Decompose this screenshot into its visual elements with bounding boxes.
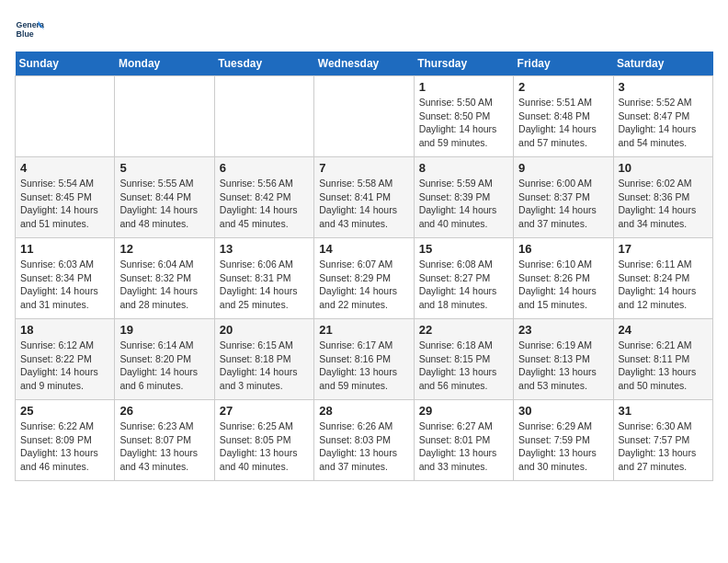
day-cell: 24Sunrise: 6:21 AM Sunset: 8:11 PM Dayli…	[613, 319, 712, 400]
day-info: Sunrise: 6:21 AM Sunset: 8:11 PM Dayligh…	[619, 339, 708, 393]
logo: General Blue	[15, 15, 44, 44]
day-cell: 26Sunrise: 6:23 AM Sunset: 8:07 PM Dayli…	[115, 400, 214, 481]
day-info: Sunrise: 6:12 AM Sunset: 8:22 PM Dayligh…	[20, 339, 109, 393]
day-number: 28	[319, 404, 408, 418]
day-number: 25	[20, 404, 109, 418]
day-cell: 10Sunrise: 6:02 AM Sunset: 8:36 PM Dayli…	[613, 157, 712, 238]
week-row-1: 1Sunrise: 5:50 AM Sunset: 8:50 PM Daylig…	[16, 76, 713, 157]
day-cell: 31Sunrise: 6:30 AM Sunset: 7:57 PM Dayli…	[613, 400, 712, 481]
day-number: 30	[518, 404, 608, 418]
day-cell: 23Sunrise: 6:19 AM Sunset: 8:13 PM Dayli…	[514, 319, 613, 400]
weekday-wednesday: Wednesday	[314, 52, 414, 76]
day-cell: 4Sunrise: 5:54 AM Sunset: 8:45 PM Daylig…	[16, 157, 115, 238]
day-info: Sunrise: 5:56 AM Sunset: 8:42 PM Dayligh…	[220, 177, 309, 231]
day-cell: 22Sunrise: 6:18 AM Sunset: 8:15 PM Dayli…	[414, 319, 513, 400]
day-number: 14	[319, 242, 408, 256]
day-number: 3	[619, 80, 708, 94]
day-info: Sunrise: 6:00 AM Sunset: 8:37 PM Dayligh…	[518, 177, 608, 231]
weekday-sunday: Sunday	[16, 52, 115, 76]
day-info: Sunrise: 6:07 AM Sunset: 8:29 PM Dayligh…	[319, 258, 408, 312]
day-info: Sunrise: 6:18 AM Sunset: 8:15 PM Dayligh…	[419, 339, 508, 393]
day-cell: 27Sunrise: 6:25 AM Sunset: 8:05 PM Dayli…	[214, 400, 313, 481]
weekday-thursday: Thursday	[414, 52, 513, 76]
day-info: Sunrise: 6:02 AM Sunset: 8:36 PM Dayligh…	[619, 177, 708, 231]
day-number: 15	[419, 242, 508, 256]
day-info: Sunrise: 6:04 AM Sunset: 8:32 PM Dayligh…	[119, 258, 209, 312]
day-number: 1	[419, 80, 508, 94]
day-cell: 3Sunrise: 5:52 AM Sunset: 8:47 PM Daylig…	[613, 76, 712, 157]
day-cell: 25Sunrise: 6:22 AM Sunset: 8:09 PM Dayli…	[16, 400, 115, 481]
day-number: 20	[220, 323, 309, 337]
day-number: 9	[518, 161, 608, 175]
day-cell: 16Sunrise: 6:10 AM Sunset: 8:26 PM Dayli…	[514, 238, 613, 319]
day-cell: 2Sunrise: 5:51 AM Sunset: 8:48 PM Daylig…	[514, 76, 613, 157]
week-row-4: 18Sunrise: 6:12 AM Sunset: 8:22 PM Dayli…	[16, 319, 713, 400]
day-cell: 9Sunrise: 6:00 AM Sunset: 8:37 PM Daylig…	[514, 157, 613, 238]
day-cell	[115, 76, 214, 157]
day-number: 10	[619, 161, 708, 175]
day-info: Sunrise: 6:29 AM Sunset: 7:59 PM Dayligh…	[518, 419, 608, 474]
day-cell	[314, 76, 414, 157]
day-cell: 21Sunrise: 6:17 AM Sunset: 8:16 PM Dayli…	[314, 319, 414, 400]
svg-text:Blue: Blue	[17, 29, 34, 39]
day-info: Sunrise: 5:58 AM Sunset: 8:41 PM Dayligh…	[319, 177, 408, 231]
day-cell: 15Sunrise: 6:08 AM Sunset: 8:27 PM Dayli…	[414, 238, 513, 319]
weekday-header-row: SundayMondayTuesdayWednesdayThursdayFrid…	[16, 52, 713, 76]
day-number: 17	[619, 242, 708, 256]
logo-icon: General Blue	[15, 15, 44, 44]
day-cell: 7Sunrise: 5:58 AM Sunset: 8:41 PM Daylig…	[314, 157, 414, 238]
day-cell: 30Sunrise: 6:29 AM Sunset: 7:59 PM Dayli…	[514, 400, 613, 481]
day-cell: 17Sunrise: 6:11 AM Sunset: 8:24 PM Dayli…	[613, 238, 712, 319]
day-cell: 28Sunrise: 6:26 AM Sunset: 8:03 PM Dayli…	[314, 400, 414, 481]
day-number: 5	[119, 161, 209, 175]
day-number: 16	[518, 242, 608, 256]
day-info: Sunrise: 6:27 AM Sunset: 8:01 PM Dayligh…	[419, 419, 508, 474]
day-number: 26	[119, 404, 209, 418]
day-info: Sunrise: 5:52 AM Sunset: 8:47 PM Dayligh…	[619, 96, 708, 150]
day-info: Sunrise: 5:51 AM Sunset: 8:48 PM Dayligh…	[518, 96, 608, 150]
day-cell: 5Sunrise: 5:55 AM Sunset: 8:44 PM Daylig…	[115, 157, 214, 238]
day-cell	[16, 76, 115, 157]
day-info: Sunrise: 5:59 AM Sunset: 8:39 PM Dayligh…	[419, 177, 508, 231]
day-info: Sunrise: 6:15 AM Sunset: 8:18 PM Dayligh…	[220, 339, 309, 393]
weekday-monday: Monday	[115, 52, 214, 76]
day-cell: 1Sunrise: 5:50 AM Sunset: 8:50 PM Daylig…	[414, 76, 513, 157]
day-info: Sunrise: 6:11 AM Sunset: 8:24 PM Dayligh…	[619, 258, 708, 312]
week-row-3: 11Sunrise: 6:03 AM Sunset: 8:34 PM Dayli…	[16, 238, 713, 319]
page-header: General Blue	[15, 15, 713, 44]
day-number: 18	[20, 323, 109, 337]
day-info: Sunrise: 5:55 AM Sunset: 8:44 PM Dayligh…	[119, 177, 209, 231]
day-number: 2	[518, 80, 608, 94]
day-number: 12	[119, 242, 209, 256]
day-number: 7	[319, 161, 408, 175]
weekday-friday: Friday	[514, 52, 613, 76]
day-cell: 18Sunrise: 6:12 AM Sunset: 8:22 PM Dayli…	[16, 319, 115, 400]
day-number: 31	[619, 404, 708, 418]
day-info: Sunrise: 6:23 AM Sunset: 8:07 PM Dayligh…	[119, 419, 209, 474]
day-info: Sunrise: 6:26 AM Sunset: 8:03 PM Dayligh…	[319, 419, 408, 474]
day-cell: 6Sunrise: 5:56 AM Sunset: 8:42 PM Daylig…	[214, 157, 313, 238]
day-info: Sunrise: 6:08 AM Sunset: 8:27 PM Dayligh…	[419, 258, 508, 312]
day-info: Sunrise: 6:17 AM Sunset: 8:16 PM Dayligh…	[319, 339, 408, 393]
week-row-5: 25Sunrise: 6:22 AM Sunset: 8:09 PM Dayli…	[16, 400, 713, 481]
calendar-table: SundayMondayTuesdayWednesdayThursdayFrid…	[15, 52, 713, 481]
day-info: Sunrise: 6:10 AM Sunset: 8:26 PM Dayligh…	[518, 258, 608, 312]
day-number: 29	[419, 404, 508, 418]
day-cell: 13Sunrise: 6:06 AM Sunset: 8:31 PM Dayli…	[214, 238, 313, 319]
day-cell: 14Sunrise: 6:07 AM Sunset: 8:29 PM Dayli…	[314, 238, 414, 319]
day-number: 21	[319, 323, 408, 337]
day-info: Sunrise: 6:25 AM Sunset: 8:05 PM Dayligh…	[220, 419, 309, 474]
day-cell: 20Sunrise: 6:15 AM Sunset: 8:18 PM Dayli…	[214, 319, 313, 400]
day-cell: 8Sunrise: 5:59 AM Sunset: 8:39 PM Daylig…	[414, 157, 513, 238]
day-cell: 11Sunrise: 6:03 AM Sunset: 8:34 PM Dayli…	[16, 238, 115, 319]
day-info: Sunrise: 6:22 AM Sunset: 8:09 PM Dayligh…	[20, 419, 109, 474]
day-info: Sunrise: 6:06 AM Sunset: 8:31 PM Dayligh…	[220, 258, 309, 312]
day-info: Sunrise: 6:19 AM Sunset: 8:13 PM Dayligh…	[518, 339, 608, 393]
week-row-2: 4Sunrise: 5:54 AM Sunset: 8:45 PM Daylig…	[16, 157, 713, 238]
day-number: 22	[419, 323, 508, 337]
day-number: 23	[518, 323, 608, 337]
day-cell: 29Sunrise: 6:27 AM Sunset: 8:01 PM Dayli…	[414, 400, 513, 481]
day-number: 11	[20, 242, 109, 256]
calendar-body: 1Sunrise: 5:50 AM Sunset: 8:50 PM Daylig…	[16, 76, 713, 481]
day-info: Sunrise: 5:50 AM Sunset: 8:50 PM Dayligh…	[419, 96, 508, 150]
